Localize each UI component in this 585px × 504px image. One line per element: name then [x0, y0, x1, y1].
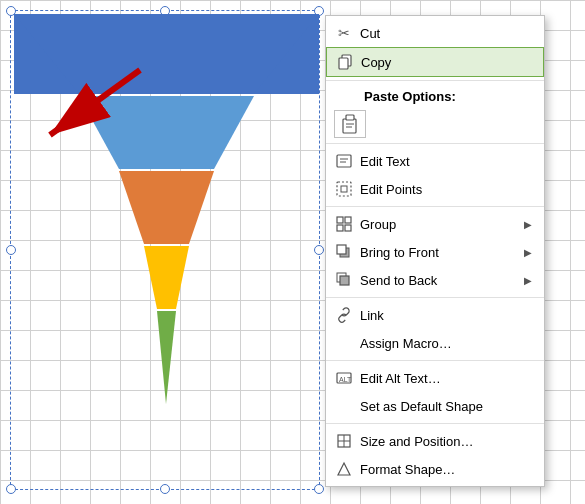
- edit-text-icon: [334, 151, 354, 171]
- menu-label-cut: Cut: [360, 26, 532, 41]
- svg-marker-3: [119, 171, 214, 244]
- svg-rect-9: [339, 58, 348, 69]
- svg-rect-26: [340, 276, 349, 285]
- menu-label-group: Group: [360, 217, 524, 232]
- svg-rect-10: [343, 119, 356, 133]
- menu-item-link[interactable]: Link: [326, 301, 544, 329]
- svg-rect-17: [337, 182, 351, 196]
- menu-label-size-position: Size and Position…: [360, 434, 532, 449]
- bring-to-front-icon: [334, 242, 354, 262]
- menu-label-copy: Copy: [361, 55, 531, 70]
- group-icon: [334, 214, 354, 234]
- separator-after-paste: [326, 143, 544, 144]
- copy-icon: [335, 52, 355, 72]
- menu-label-bring-to-front: Bring to Front: [360, 245, 524, 260]
- size-position-icon: [334, 431, 354, 451]
- menu-label-send-to-back: Send to Back: [360, 273, 524, 288]
- menu-item-format-shape[interactable]: Format Shape…: [326, 455, 544, 483]
- menu-label-paste-options: Paste Options:: [364, 89, 532, 104]
- set-default-shape-icon: [334, 396, 354, 416]
- edit-alt-text-icon: ALT: [334, 368, 354, 388]
- format-shape-icon: [334, 459, 354, 479]
- menu-label-link: Link: [360, 308, 532, 323]
- link-icon: [334, 305, 354, 325]
- menu-item-edit-text[interactable]: Edit Text: [326, 147, 544, 175]
- separator-after-edit-points: [326, 206, 544, 207]
- menu-item-bring-to-front[interactable]: Bring to Front ▶: [326, 238, 544, 266]
- menu-item-send-to-back[interactable]: Send to Back ▶: [326, 266, 544, 294]
- svg-line-7: [50, 70, 140, 135]
- separator-after-set-default: [326, 423, 544, 424]
- menu-item-copy[interactable]: Copy: [326, 47, 544, 77]
- menu-label-assign-macro: Assign Macro…: [360, 336, 532, 351]
- separator-after-assign-macro: [326, 360, 544, 361]
- menu-label-format-shape: Format Shape…: [360, 462, 532, 477]
- paste-keep-source-button[interactable]: [334, 110, 366, 138]
- svg-rect-11: [346, 115, 354, 120]
- menu-label-set-default-shape: Set as Default Shape: [360, 399, 532, 414]
- edit-points-icon: [334, 179, 354, 199]
- menu-item-size-position[interactable]: Size and Position…: [326, 427, 544, 455]
- menu-item-group[interactable]: Group ▶: [326, 210, 544, 238]
- paste-icon-row: [326, 108, 544, 140]
- menu-item-assign-macro[interactable]: Assign Macro…: [326, 329, 544, 357]
- cut-icon: ✂: [334, 23, 354, 43]
- menu-label-edit-text: Edit Text: [360, 154, 532, 169]
- group-submenu-arrow: ▶: [524, 219, 532, 230]
- assign-macro-icon: [334, 333, 354, 353]
- menu-item-cut[interactable]: ✂ Cut: [326, 19, 544, 47]
- svg-text:ALT: ALT: [339, 376, 352, 383]
- svg-rect-24: [337, 245, 346, 254]
- menu-label-edit-alt-text: Edit Alt Text…: [360, 371, 532, 386]
- canvas-area: ✂ Cut Copy Paste Options:: [0, 0, 585, 504]
- menu-item-edit-alt-text[interactable]: ALT Edit Alt Text…: [326, 364, 544, 392]
- svg-marker-4: [144, 246, 189, 309]
- menu-item-edit-points[interactable]: Edit Points: [326, 175, 544, 203]
- bring-to-front-submenu-arrow: ▶: [524, 247, 532, 258]
- context-menu: ✂ Cut Copy Paste Options:: [325, 15, 545, 487]
- svg-marker-5: [157, 311, 176, 404]
- svg-rect-21: [337, 225, 343, 231]
- menu-item-set-default-shape[interactable]: Set as Default Shape: [326, 392, 544, 420]
- menu-item-paste-options: Paste Options:: [326, 84, 544, 108]
- separator-after-copy: [326, 80, 544, 81]
- svg-rect-18: [341, 186, 347, 192]
- svg-rect-20: [345, 217, 351, 223]
- separator-after-send-to-back: [326, 297, 544, 298]
- svg-rect-14: [337, 155, 351, 167]
- send-to-back-icon: [334, 270, 354, 290]
- red-arrow: [30, 60, 150, 150]
- menu-label-edit-points: Edit Points: [360, 182, 532, 197]
- svg-rect-19: [337, 217, 343, 223]
- svg-rect-22: [345, 225, 351, 231]
- send-to-back-submenu-arrow: ▶: [524, 275, 532, 286]
